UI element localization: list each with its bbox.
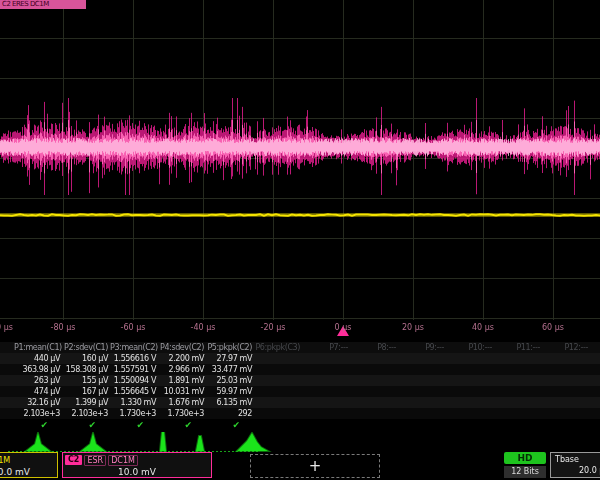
measure-status-check: ✔: [62, 419, 110, 432]
measure-value: [494, 353, 542, 364]
measure-table: P1:mean(C1)440 µV363.98 µV263 µV474 µV32…: [0, 342, 600, 432]
measure-value: 1.891 mV: [158, 375, 206, 386]
measure-status-check: ✔: [158, 419, 206, 432]
channel-descriptor-c2[interactable]: C2 ESR DC1M 10.0 mV: [62, 452, 212, 478]
measure-param-header[interactable]: P7:---: [302, 342, 350, 353]
measure-value: [0, 364, 14, 375]
measure-value: [494, 397, 542, 408]
hd-bits-label: 12 Bits: [504, 466, 546, 478]
measure-value: 1.730e+3: [158, 408, 206, 419]
measure-status-check: [398, 419, 446, 432]
measure-value: [0, 353, 14, 364]
measure-value: 1.676 mV: [158, 397, 206, 408]
measure-value: 10.031 mV: [158, 386, 206, 397]
c2-coupling-label: DC1M: [108, 455, 138, 466]
measure-param-header[interactable]: P5:pkpk(C2): [206, 342, 254, 353]
measure-status-check: [0, 419, 14, 432]
add-trace-button[interactable]: +: [250, 454, 380, 478]
measure-value: 2.103e+3: [62, 408, 110, 419]
measure-value: [254, 364, 302, 375]
measure-value: [590, 408, 600, 419]
timebase-box[interactable]: Tbase 20.0 µs/div: [550, 452, 600, 478]
measure-value: 440 µV: [14, 353, 62, 364]
measure-value: 1.399 µV: [62, 397, 110, 408]
hd-badge: HD: [504, 452, 546, 464]
axis-tick-label: 20 µs: [402, 323, 424, 332]
measure-param-header[interactable]: P6:pkpk(C3): [254, 342, 302, 353]
axis-tick-label: -80 µs: [51, 323, 76, 332]
measure-value: 474 µV: [14, 386, 62, 397]
measure-value: 1.556645 V: [110, 386, 158, 397]
measure-value: [350, 375, 398, 386]
measure-param-header[interactable]: P10:---: [446, 342, 494, 353]
measure-status-check: [590, 419, 600, 432]
axis-tick-label: -100 µs: [0, 323, 13, 332]
channel-descriptor-c1[interactable]: C1 DC1M 10.0 mV: [0, 452, 58, 478]
measure-value: 2.200 mV: [158, 353, 206, 364]
axis-labels: -100 µs-80 µs-60 µs-40 µs-20 µs0 µs20 µs…: [0, 323, 600, 336]
measure-value: [590, 397, 600, 408]
c2-scale-value: 10.0 mV: [63, 466, 211, 478]
c1-scale-value: 10.0 mV: [0, 466, 57, 478]
axis-tick-label: 60 µs: [542, 323, 564, 332]
axis-tick-label: -40 µs: [191, 323, 216, 332]
axis-tick-label: -60 µs: [121, 323, 146, 332]
measure-value: 2.103e+3: [14, 408, 62, 419]
timebase-scale: 20.0 µs/div: [551, 465, 600, 477]
axis-tick-label: -20 µs: [261, 323, 286, 332]
measure-value: 1.557591 V: [110, 364, 158, 375]
measure-value: 363.98 µV: [14, 364, 62, 375]
measure-param-header[interactable]: P12:---: [542, 342, 590, 353]
axis-tick-label: 0 µs: [335, 323, 352, 332]
measure-value: [302, 386, 350, 397]
measure-value: [350, 397, 398, 408]
measure-status-check: [494, 419, 542, 432]
measure-param-header[interactable]: P3:mean(C2): [110, 342, 158, 353]
measure-param-header[interactable]: P9:---: [398, 342, 446, 353]
measure-value: [302, 353, 350, 364]
measure-value: 155 µV: [62, 375, 110, 386]
measure-value: [302, 364, 350, 375]
axis-tick-label: 40 µs: [472, 323, 494, 332]
measure-param-header[interactable]: P1:mean(C1): [14, 342, 62, 353]
measure-value: [446, 408, 494, 419]
measure-value: [350, 353, 398, 364]
measure-value: [446, 364, 494, 375]
measure-value: 6.135 mV: [206, 397, 254, 408]
measure-param-header[interactable]: P2:sdev(C1): [62, 342, 110, 353]
measure-value: 160 µV: [62, 353, 110, 364]
measure-status-check: [302, 419, 350, 432]
measure-value: [302, 397, 350, 408]
measure-status-check: [350, 419, 398, 432]
measure-value: [0, 397, 14, 408]
measure-value: [254, 397, 302, 408]
c2-badge: C2: [65, 455, 82, 465]
measure-value: 1.556616 V: [110, 353, 158, 364]
measure-value: [254, 353, 302, 364]
measure-value: [542, 397, 590, 408]
measure-param-header[interactable]: P4:sdev(C2): [158, 342, 206, 353]
measure-value: [0, 375, 14, 386]
measure-param-header[interactable]: P11:---: [494, 342, 542, 353]
measure-value: [590, 386, 600, 397]
measure-value: [398, 408, 446, 419]
measure-value: [446, 353, 494, 364]
measure-value: [254, 386, 302, 397]
measure-value: 2.966 mV: [158, 364, 206, 375]
measure-status-check: ✔: [14, 419, 62, 432]
measure-value: 27.97 mV: [206, 353, 254, 364]
c1-coupling-label: DC1M: [0, 456, 10, 465]
hd-mode-chip[interactable]: HD 12 Bits: [504, 452, 546, 478]
measure-value: [446, 386, 494, 397]
measure-value: [302, 375, 350, 386]
measure-param-header: [0, 342, 14, 353]
measure-value: [494, 408, 542, 419]
measure-status-check: [542, 419, 590, 432]
measure-value: 25.03 mV: [206, 375, 254, 386]
measure-status-check: ✔: [206, 419, 254, 432]
measure-value: [494, 375, 542, 386]
measure-value: 263 µV: [14, 375, 62, 386]
trace-label-badge: C2 ERES DC1M: [0, 0, 86, 9]
measure-value: [542, 375, 590, 386]
measure-param-header[interactable]: P8:---: [350, 342, 398, 353]
